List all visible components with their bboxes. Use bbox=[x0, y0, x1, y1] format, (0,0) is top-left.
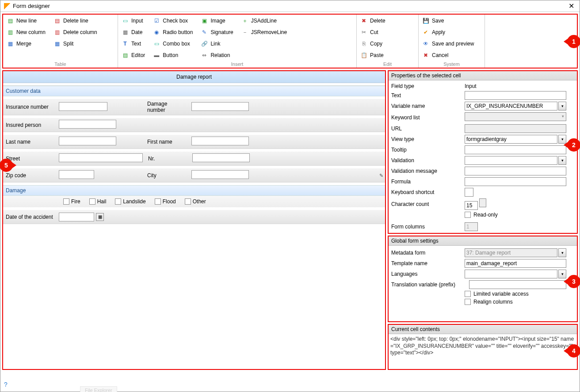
cut-button[interactable]: ✂Cut bbox=[360, 28, 385, 37]
merge-icon: ▦ bbox=[7, 40, 14, 47]
trans-prefix-input[interactable] bbox=[469, 280, 566, 289]
check-fire[interactable]: Fire bbox=[63, 198, 80, 205]
pencil-icon[interactable]: ✎ bbox=[379, 172, 383, 178]
editor-button[interactable]: ▤Editor bbox=[122, 51, 145, 60]
date-button[interactable]: ▦Date bbox=[122, 28, 145, 37]
check-landslide[interactable]: Landslide bbox=[115, 198, 145, 205]
cell-contents-code: <div style="left: 0px; top: 0px;" elonod… bbox=[389, 334, 577, 358]
row-street[interactable]: Street Nr. bbox=[3, 152, 385, 166]
shortcut-input[interactable] bbox=[465, 188, 473, 197]
template-name-input[interactable] bbox=[465, 259, 566, 268]
row-insurance[interactable]: Insurance number Damage number bbox=[3, 99, 385, 115]
cancel-button[interactable]: ✖Cancel bbox=[422, 51, 474, 60]
jsremove-icon: － bbox=[241, 29, 248, 36]
variable-name-input[interactable] bbox=[465, 102, 557, 110]
ribbon-group-label: Table bbox=[3, 61, 118, 67]
readonly-check[interactable]: Read-only bbox=[465, 212, 574, 218]
apply-button[interactable]: ✔Apply bbox=[422, 28, 474, 37]
plus-row-icon: ▤ bbox=[7, 17, 14, 24]
char-count-extra bbox=[479, 198, 486, 207]
label-first-name: First name bbox=[145, 137, 189, 147]
checkbox-button[interactable]: ☑Check box bbox=[153, 16, 193, 25]
jsremoveline-button[interactable]: －JSRemoveLine bbox=[241, 28, 287, 37]
save-button[interactable]: 💾Save bbox=[422, 16, 474, 25]
signature-button[interactable]: ✎Signature bbox=[201, 28, 233, 37]
formula-input[interactable] bbox=[465, 177, 566, 186]
realign-check[interactable]: Realign columns bbox=[465, 299, 574, 305]
callout-1: 1 bbox=[567, 35, 580, 48]
save-icon: 💾 bbox=[422, 17, 429, 24]
url-input bbox=[465, 124, 566, 133]
view-type-input[interactable] bbox=[465, 135, 557, 144]
check-flood[interactable]: Flood bbox=[155, 198, 176, 205]
delete-button[interactable]: ✖Delete bbox=[360, 16, 385, 25]
languages-input[interactable] bbox=[465, 270, 557, 278]
dropdown-icon[interactable]: ▾ bbox=[558, 270, 566, 278]
validation-input[interactable] bbox=[465, 156, 557, 165]
input-first-name[interactable] bbox=[191, 137, 249, 145]
label-date-accident: Date of the accident bbox=[3, 212, 56, 222]
checkbox-icon bbox=[63, 198, 69, 205]
limited-access-check[interactable]: Limited variable access bbox=[465, 291, 574, 297]
calendar-icon[interactable]: ▦ bbox=[96, 213, 104, 221]
eye-icon: 👁 bbox=[422, 40, 429, 47]
dropdown-icon[interactable]: ▾ bbox=[558, 156, 566, 165]
del-row-icon: ▤ bbox=[53, 17, 61, 24]
keyword-list-select[interactable]: ▾ bbox=[465, 112, 566, 121]
input-insurance-number[interactable] bbox=[59, 102, 107, 111]
cancel-icon: ✖ bbox=[422, 52, 429, 59]
row-accident-date[interactable]: Date of the accident ▦ bbox=[3, 210, 385, 224]
form-title: Damage report bbox=[3, 71, 385, 83]
label-insurance-number: Insurance number bbox=[3, 102, 56, 112]
split-button[interactable]: ▦Split bbox=[53, 39, 97, 48]
dropdown-icon[interactable]: ▾ bbox=[558, 248, 566, 257]
image-icon: ▣ bbox=[201, 17, 208, 24]
text-input[interactable] bbox=[465, 91, 566, 100]
relation-button[interactable]: ⇔Relation bbox=[201, 51, 233, 60]
input-last-name[interactable] bbox=[59, 137, 116, 145]
delete-column-button[interactable]: ▥Delete column bbox=[53, 28, 97, 37]
input-nr[interactable] bbox=[192, 153, 250, 162]
image-button[interactable]: ▣Image bbox=[201, 16, 233, 25]
input-street[interactable] bbox=[59, 153, 143, 162]
ribbon-group-table: ▤New line ▥New column ▦Merge ▤Delete lin… bbox=[3, 15, 118, 68]
save-preview-button[interactable]: 👁Save and preview bbox=[422, 39, 474, 48]
input-city[interactable] bbox=[191, 170, 249, 179]
check-other[interactable]: Other bbox=[185, 198, 206, 205]
jsaddline-button[interactable]: ＋JSAddLine bbox=[241, 16, 287, 25]
ribbon-group-label: System bbox=[419, 61, 485, 67]
row-insured-person[interactable]: Insured person bbox=[3, 118, 385, 132]
new-line-button[interactable]: ▤New line bbox=[7, 16, 46, 25]
radio-button[interactable]: ◉Radio button bbox=[153, 28, 193, 37]
row-name[interactable]: Last name First name bbox=[3, 135, 385, 149]
merge-button[interactable]: ▦Merge bbox=[7, 39, 46, 48]
signature-icon: ✎ bbox=[201, 29, 208, 36]
delete-line-button[interactable]: ▤Delete line bbox=[53, 16, 97, 25]
combo-button[interactable]: ▭Combo box bbox=[153, 39, 193, 48]
tooltip-input[interactable] bbox=[465, 145, 566, 154]
validation-msg-input[interactable] bbox=[465, 167, 566, 175]
dropdown-icon[interactable]: ▾ bbox=[558, 102, 566, 110]
input-date-accident[interactable] bbox=[59, 213, 94, 221]
row-zip[interactable]: Zip code City ✎ bbox=[3, 168, 385, 183]
form-columns-input bbox=[465, 222, 478, 231]
label-city: City bbox=[145, 171, 189, 180]
close-icon[interactable]: ✕ bbox=[567, 2, 576, 10]
radio-icon: ◉ bbox=[153, 29, 160, 36]
help-icon[interactable]: ? bbox=[4, 381, 8, 388]
check-hail[interactable]: Hail bbox=[89, 198, 107, 205]
ribbon-group-system: 💾Save ✔Apply 👁Save and preview ✖Cancel S… bbox=[419, 15, 485, 68]
new-column-button[interactable]: ▥New column bbox=[7, 28, 46, 37]
input-zip[interactable] bbox=[59, 170, 94, 179]
text-button[interactable]: TText bbox=[122, 39, 145, 48]
link-button[interactable]: 🔗Link bbox=[201, 39, 233, 48]
char-count-input[interactable] bbox=[465, 201, 478, 210]
checkbox-icon bbox=[465, 291, 471, 297]
checkbox-icon bbox=[465, 299, 471, 305]
copy-button[interactable]: ⎘Copy bbox=[360, 39, 385, 48]
button-button[interactable]: ▬Button bbox=[153, 51, 193, 60]
input-damage-number[interactable] bbox=[191, 102, 249, 111]
input-button[interactable]: ▭Input bbox=[122, 16, 145, 25]
paste-button[interactable]: 📋Paste bbox=[360, 51, 385, 60]
input-insured-person[interactable] bbox=[59, 120, 116, 129]
